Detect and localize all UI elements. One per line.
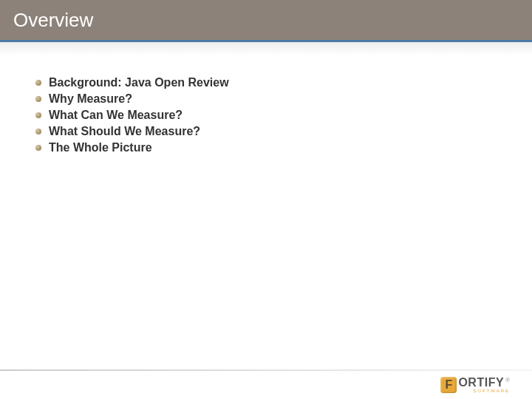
bullet-text: Background: Java Open Review [49,76,229,89]
list-item: Why Measure? [35,92,519,106]
logo-icon: F [440,377,457,393]
list-item: What Can We Measure? [35,109,519,122]
content-area: Background: Java Open Review Why Measure… [0,55,532,154]
bullet-text: What Can We Measure? [49,109,183,122]
slide-header: Overview [0,0,532,40]
bullet-icon [35,145,41,151]
logo-text-row: ORTIFY® [458,377,510,389]
list-item: Background: Java Open Review [35,76,519,89]
logo-subtext: SOFTWARE [458,389,510,393]
logo-trademark: ® [505,377,510,383]
bullet-icon [35,112,41,118]
logo-text: ORTIFY [458,376,504,389]
logo-text-wrap: ORTIFY® SOFTWARE [458,377,510,393]
bullet-list: Background: Java Open Review Why Measure… [35,76,519,154]
list-item: The Whole Picture [35,141,519,154]
bullet-icon [35,80,41,86]
bullet-text: The Whole Picture [49,141,152,154]
slide-title: Overview [13,9,93,32]
bullet-icon [35,96,41,102]
header-fade [0,42,532,55]
bullet-text: What Should We Measure? [49,125,200,138]
fortify-logo: F ORTIFY® SOFTWARE [440,377,510,393]
logo-icon-letter: F [446,378,453,392]
slide-footer: F ORTIFY® SOFTWARE [0,369,532,399]
list-item: What Should We Measure? [35,125,519,138]
bullet-icon [35,129,41,134]
bullet-text: Why Measure? [49,92,132,106]
footer-content: F ORTIFY® SOFTWARE [0,371,532,399]
